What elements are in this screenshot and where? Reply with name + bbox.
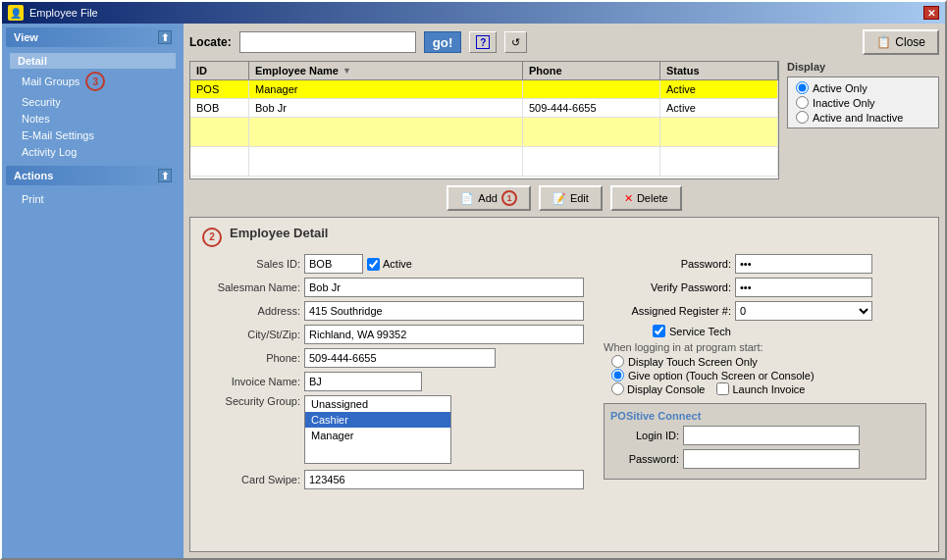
row2-status: Active <box>660 99 778 118</box>
help-icon: ? <box>476 35 490 49</box>
add-icon: 📄 <box>460 192 474 205</box>
table-row-empty2 <box>190 147 778 177</box>
pc-password-input[interactable] <box>683 449 860 469</box>
detail-right: Password: Verify Password: Assigned Regi… <box>604 254 926 493</box>
refresh-icon: ↺ <box>511 36 520 49</box>
login-id-row: Login ID: <box>610 426 920 445</box>
sidebar-item-email-settings[interactable]: E-Mail Settings <box>10 127 176 143</box>
verify-password-label: Verify Password: <box>604 281 731 293</box>
sales-id-input[interactable] <box>304 254 363 274</box>
card-swipe-label: Card Swipe: <box>202 474 300 485</box>
table-row[interactable]: BOB Bob Jr 509-444-6655 Active <box>190 99 778 118</box>
add-button[interactable]: 📄 Add 1 <box>447 185 531 211</box>
detail-columns: Sales ID: Active Salesman Name: <box>202 254 926 493</box>
verify-password-input[interactable] <box>735 278 872 297</box>
radio-active-only-label: Active Only <box>813 82 868 94</box>
sidebar-item-detail[interactable]: Detail <box>10 53 176 69</box>
login-id-input[interactable] <box>683 426 860 445</box>
detail-left: Sales ID: Active Salesman Name: <box>202 254 584 493</box>
card-swipe-input[interactable] <box>304 470 584 489</box>
assigned-register-select[interactable]: 0 <box>735 301 872 321</box>
phone-input[interactable] <box>304 348 496 368</box>
service-tech-label: Service Tech <box>669 326 731 337</box>
refresh-button[interactable]: ↺ <box>504 31 527 53</box>
go-button[interactable]: go! <box>424 31 462 53</box>
listbox-item-manager[interactable]: Manager <box>305 428 450 443</box>
close-button[interactable]: 📋 Close <box>863 29 939 55</box>
main-content: View ⬆ Detail Mail Groups 3 Security Not… <box>2 24 945 558</box>
radio-display-console-input[interactable] <box>611 382 624 395</box>
invoice-input[interactable] <box>304 372 422 391</box>
actions-collapse-button[interactable]: ⬆ <box>158 169 172 182</box>
actions-section-items: Print <box>6 189 180 209</box>
window-close-button[interactable]: ✕ <box>923 6 939 20</box>
assigned-register-row: Assigned Register #: 0 <box>604 301 926 321</box>
salesman-input[interactable] <box>304 278 584 297</box>
radio-inactive-only-input[interactable] <box>796 96 809 109</box>
table-row-empty <box>190 118 778 147</box>
password-input[interactable] <box>735 254 872 274</box>
password-label: Password: <box>604 258 731 270</box>
locate-input[interactable] <box>239 31 416 53</box>
title-bar: 👤 Employee File ✕ <box>2 2 945 24</box>
sidebar-item-mail-groups[interactable]: Mail Groups 3 <box>10 70 176 93</box>
when-logging-title: When logging in at program start: <box>604 341 926 353</box>
radio-give-option[interactable]: Give option (Touch Screen or Console) <box>611 369 926 382</box>
sidebar-item-security[interactable]: Security <box>10 94 176 110</box>
radio-touch-screen-only[interactable]: Display Touch Screen Only <box>611 355 926 368</box>
radio-display-console[interactable]: Display Console Launch Invoice <box>611 382 926 395</box>
row1-phone <box>523 80 660 99</box>
edit-icon: 📝 <box>552 192 566 205</box>
phone-row: Phone: <box>202 348 584 368</box>
radio-active-only-input[interactable] <box>796 81 809 94</box>
radio-active-inactive-input[interactable] <box>796 111 809 124</box>
employee-table: ID Employee Name ▼ Phone Status <box>189 61 779 179</box>
view-section-label: View <box>14 31 38 43</box>
view-section-header: View ⬆ <box>6 27 180 47</box>
launch-invoice-checkbox[interactable] <box>716 382 729 395</box>
display-label: Display <box>787 61 939 73</box>
locate-label: Locate: <box>189 35 232 49</box>
positive-connect-section: POSitive Connect Login ID: Password: <box>604 403 926 480</box>
sidebar-item-activity-log[interactable]: Activity Log <box>10 144 176 160</box>
active-checkbox[interactable] <box>367 258 380 271</box>
right-panel: Locate: go! ? ↺ 📋 Close <box>184 24 945 558</box>
add-badge: 1 <box>501 190 517 206</box>
salesman-label: Salesman Name: <box>202 281 300 293</box>
address-input[interactable] <box>304 301 584 321</box>
security-listbox[interactable]: Unassigned Cashier Manager <box>304 395 451 464</box>
table-row[interactable]: POS Manager Active <box>190 80 778 99</box>
security-label: Security Group: <box>202 395 300 407</box>
radio-inactive-only-label: Inactive Only <box>813 97 875 109</box>
city-row: City/St/Zip: <box>202 325 584 344</box>
radio-give-option-input[interactable] <box>611 369 624 382</box>
address-label: Address: <box>202 305 300 317</box>
radio-active-only[interactable]: Active Only <box>796 81 930 94</box>
sales-id-label: Sales ID: <box>202 258 300 270</box>
service-tech-checkbox[interactable] <box>653 325 665 337</box>
help-button[interactable]: ? <box>469 31 497 53</box>
radio-touch-screen-only-input[interactable] <box>611 355 624 368</box>
actions-section-header: Actions ⬆ <box>6 166 180 185</box>
login-radio-options: Display Touch Screen Only Give option (T… <box>604 355 926 395</box>
listbox-item-cashier[interactable]: Cashier <box>305 412 450 428</box>
row1-status: Active <box>660 80 778 99</box>
sidebar-item-notes[interactable]: Notes <box>10 111 176 127</box>
col-status: Status <box>660 62 778 79</box>
sales-id-row: Sales ID: Active <box>202 254 584 274</box>
detail-badge: 2 <box>202 228 222 247</box>
view-collapse-button[interactable]: ⬆ <box>158 30 172 44</box>
listbox-item-unassigned[interactable]: Unassigned <box>305 396 450 412</box>
password-row: Password: <box>604 254 926 274</box>
radio-active-inactive[interactable]: Active and Inactive <box>796 111 930 124</box>
delete-button[interactable]: ✕ Delete <box>610 185 682 211</box>
sidebar-item-print[interactable]: Print <box>10 191 176 207</box>
actions-section-label: Actions <box>14 170 53 181</box>
city-input[interactable] <box>304 325 584 344</box>
radio-inactive-only[interactable]: Inactive Only <box>796 96 930 109</box>
verify-password-row: Verify Password: <box>604 278 926 297</box>
edit-button[interactable]: 📝 Edit <box>539 185 603 211</box>
card-swipe-row: Card Swipe: <box>202 470 584 489</box>
col-name: Employee Name ▼ <box>249 62 523 79</box>
mail-groups-badge: 3 <box>85 72 105 91</box>
